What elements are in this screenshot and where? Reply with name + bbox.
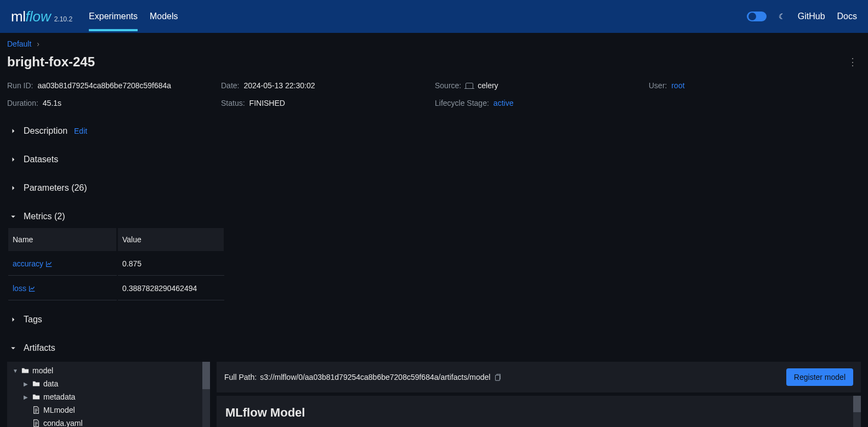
source-value: celery <box>478 81 498 90</box>
kebab-menu-icon[interactable]: ⋮ <box>844 53 861 71</box>
date-value: 2024-05-13 22:30:02 <box>243 81 315 90</box>
table-row: accuracy 0.875 <box>8 252 224 276</box>
duration-label: Duration: <box>7 99 38 107</box>
section-title: Parameters (26) <box>24 183 87 193</box>
section-description[interactable]: Description Edit <box>7 121 861 141</box>
section-title: Description <box>24 126 67 136</box>
section-datasets[interactable]: Datasets <box>7 149 861 170</box>
lifecycle-value[interactable]: active <box>493 99 514 107</box>
github-link[interactable]: GitHub <box>798 12 825 21</box>
tree-label: metadata <box>43 392 75 401</box>
user-label: User: <box>649 81 667 90</box>
section-tags[interactable]: Tags <box>7 309 861 330</box>
tree-folder[interactable]: ▶ data <box>7 377 210 390</box>
artifact-path-bar: Full Path:s3://mlflow/0/aa03b81d79254ca8… <box>217 362 861 392</box>
chart-icon[interactable] <box>29 284 36 293</box>
status-label: Status: <box>221 99 245 107</box>
logo-version: 2.10.2 <box>54 15 72 23</box>
caret-right-icon: ▶ <box>24 394 29 400</box>
chart-icon[interactable] <box>46 259 53 268</box>
logo-ml: ml <box>11 8 25 25</box>
artifact-detail: Full Path:s3://mlflow/0/aa03b81d79254ca8… <box>217 362 861 427</box>
user-value[interactable]: root <box>671 81 684 90</box>
theme-toggle[interactable] <box>747 12 767 21</box>
folder-icon <box>32 392 40 401</box>
status-value: FINISHED <box>249 99 285 107</box>
metric-link[interactable]: accuracy <box>13 259 43 268</box>
breadcrumb: Default › <box>7 39 861 48</box>
terminal-icon <box>466 83 473 89</box>
logo-flow: flow <box>25 8 50 25</box>
chevron-down-icon <box>9 345 17 351</box>
breadcrumb-sep: › <box>37 39 39 48</box>
path-label: Full Path: <box>224 373 257 382</box>
tree-label: MLmodel <box>43 406 75 414</box>
section-artifacts[interactable]: Artifacts <box>7 338 861 358</box>
app-header: ml flow 2.10.2 Experiments Models ☾ GitH… <box>0 0 868 33</box>
artifact-tree: ▼ model ▶ data ▶ metadata <box>7 362 210 427</box>
path-value: s3://mlflow/0/aa03b81d79254ca8b6be7208c5… <box>260 373 490 382</box>
model-card: MLflow Model The code snippets below dem… <box>217 396 861 427</box>
tree-label: data <box>43 379 58 388</box>
chevron-right-icon <box>9 156 17 163</box>
model-card-title: MLflow Model <box>225 406 852 420</box>
header-right: ☾ GitHub Docs <box>747 12 857 21</box>
logo[interactable]: ml flow 2.10.2 <box>11 8 72 25</box>
metric-link[interactable]: loss <box>13 284 26 293</box>
tree-folder[interactable]: ▶ metadata <box>7 390 210 403</box>
chevron-down-icon <box>9 213 17 220</box>
page-title: bright-fox-245 <box>7 54 95 70</box>
run-id-label: Run ID: <box>7 81 33 90</box>
section-metrics[interactable]: Metrics (2) <box>7 206 861 227</box>
section-title: Artifacts <box>24 343 55 353</box>
section-title: Datasets <box>24 155 58 164</box>
breadcrumb-parent[interactable]: Default <box>7 39 31 48</box>
moon-icon: ☾ <box>779 12 786 21</box>
tree-file[interactable]: conda.yaml <box>7 417 210 427</box>
run-meta: Run ID:aa03b81d79254ca8b6be7208c59f684a … <box>7 81 861 107</box>
scrollbar[interactable] <box>202 362 210 427</box>
folder-icon <box>21 366 29 375</box>
folder-icon <box>32 379 40 388</box>
duration-value: 45.1s <box>43 99 61 107</box>
chevron-right-icon <box>9 316 17 323</box>
tree-folder-root[interactable]: ▼ model <box>7 364 210 377</box>
tree-label: conda.yaml <box>43 419 83 427</box>
metrics-table: Name Value accuracy 0.875 loss 0.3887828… <box>7 227 225 301</box>
source-label: Source: <box>435 81 461 90</box>
metric-value: 0.3887828290462494 <box>118 277 224 300</box>
tree-file[interactable]: MLmodel <box>7 403 210 417</box>
date-label: Date: <box>221 81 239 90</box>
register-model-button[interactable]: Register model <box>786 368 853 386</box>
chevron-right-icon <box>9 185 17 191</box>
caret-down-icon: ▼ <box>13 368 18 374</box>
file-icon <box>32 406 40 414</box>
caret-right-icon: ▶ <box>24 381 29 387</box>
chevron-right-icon <box>9 128 17 134</box>
svg-rect-0 <box>496 375 500 381</box>
lifecycle-label: Lifecycle Stage: <box>435 99 489 107</box>
docs-link[interactable]: Docs <box>837 12 857 21</box>
scrollbar[interactable] <box>853 396 861 427</box>
col-value[interactable]: Value <box>118 228 224 251</box>
section-parameters[interactable]: Parameters (26) <box>7 178 861 198</box>
edit-link[interactable]: Edit <box>74 127 87 135</box>
col-name[interactable]: Name <box>8 228 117 251</box>
section-title: Tags <box>24 315 42 324</box>
section-title: Metrics (2) <box>24 212 65 221</box>
tree-label: model <box>32 366 53 375</box>
nav-tabs: Experiments Models <box>89 2 178 31</box>
table-row: loss 0.3887828290462494 <box>8 277 224 300</box>
copy-icon[interactable] <box>493 373 501 382</box>
nav-tab-experiments[interactable]: Experiments <box>89 2 138 31</box>
metric-value: 0.875 <box>118 252 224 276</box>
run-id-value: aa03b81d79254ca8b6be7208c59f684a <box>37 81 171 90</box>
file-icon <box>32 419 40 427</box>
nav-tab-models[interactable]: Models <box>150 2 178 31</box>
